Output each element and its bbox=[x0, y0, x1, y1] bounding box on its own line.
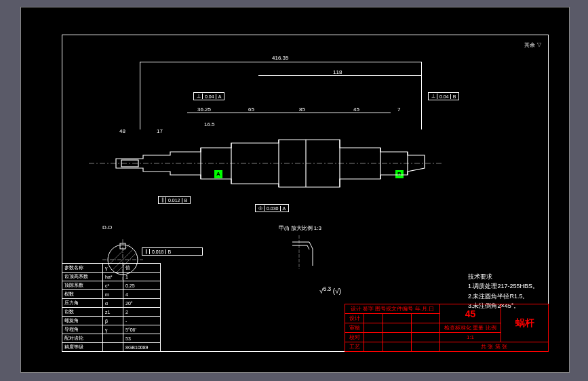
dim-line-118 bbox=[258, 75, 421, 76]
dim-36-25: 36.25 bbox=[197, 106, 211, 113]
drawing-frame: 其余 ▽ 416.35 118 36.25 65 85 45 7 16.5 48… bbox=[20, 7, 570, 373]
dim-line-overall bbox=[140, 62, 421, 62]
note-2: 2.未注圆角半径R1.5。 bbox=[468, 292, 538, 301]
dim-65: 65 bbox=[248, 106, 254, 113]
material-cell: 45 bbox=[440, 304, 501, 323]
notes-title: 技术要求 bbox=[468, 272, 538, 281]
title-block: 设计 签字 图号或文件编号 年.月.日 45 蜗杆 设计 审核 检查标准化 重量… bbox=[345, 304, 549, 352]
detail-label: 甲(Ⅰ) 放大比例 1:3 bbox=[279, 224, 333, 232]
tolerance-upper-left: ⊥ 0.04 A bbox=[193, 92, 224, 100]
surface-finish-mark: √6.3 (√) bbox=[319, 285, 341, 295]
part-name-cell: 蜗杆 bbox=[501, 304, 549, 342]
dim-118: 118 bbox=[333, 69, 342, 75]
tolerance-upper-right: ⊥ 0.04 B bbox=[428, 92, 459, 100]
corner-surface-mark: 其余 ▽ bbox=[524, 41, 542, 49]
tolerance-section: ∥ 0.018 B bbox=[142, 247, 203, 256]
dim-overall-length: 416.35 bbox=[272, 55, 288, 61]
dim-45: 45 bbox=[353, 106, 359, 113]
section-label: D-D bbox=[102, 224, 163, 230]
dim-85: 85 bbox=[299, 106, 305, 113]
note-1: 1.调质处理217-255HBS。 bbox=[468, 281, 538, 291]
shaft-main-view bbox=[89, 113, 442, 214]
parameter-table: 参数名称γ值齿顶高系数ha*1顶隙系数c*0.25模数m4压力角α20°齿数z1… bbox=[62, 263, 161, 352]
scale-row: 检查标准化 重量 比例 bbox=[440, 323, 501, 333]
dim-7: 7 bbox=[397, 106, 400, 113]
detail-view: 甲(Ⅰ) 放大比例 1:3 bbox=[279, 224, 333, 275]
